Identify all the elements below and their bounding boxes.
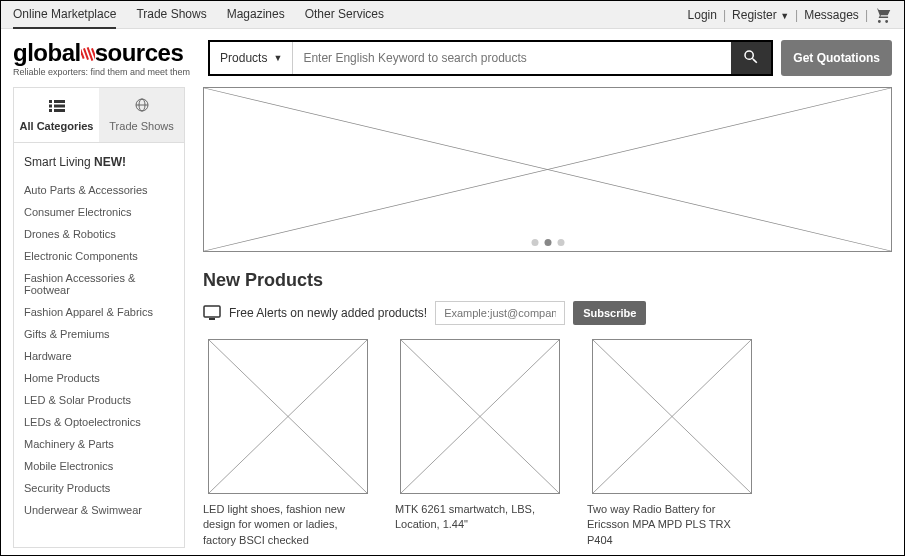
product-grid: LED light shoes, fashion new design for …	[203, 339, 892, 548]
login-link[interactable]: Login	[688, 8, 717, 22]
topnav-tradeshows[interactable]: Trade Shows	[136, 1, 206, 29]
hero-image-placeholder	[203, 87, 892, 252]
alerts-text: Free Alerts on newly added products!	[229, 306, 427, 320]
search-box: Products ▼	[208, 40, 773, 76]
svg-rect-7	[54, 105, 65, 108]
content-area: New Products Free Alerts on newly added …	[203, 87, 892, 548]
cart-icon[interactable]	[874, 7, 892, 23]
carousel-dot[interactable]	[531, 239, 538, 246]
divider: |	[865, 8, 868, 22]
carousel-dot[interactable]	[557, 239, 564, 246]
carousel-dot[interactable]	[544, 239, 551, 246]
topnav-magazines[interactable]: Magazines	[227, 1, 285, 29]
svg-rect-5	[54, 100, 65, 103]
product-title: MTK 6261 smartwatch, LBS, Location, 1.44…	[395, 502, 565, 533]
category-item[interactable]: Underwear & Swimwear	[24, 499, 174, 521]
email-input[interactable]	[435, 301, 565, 325]
search-category-select[interactable]: Products ▼	[210, 42, 293, 74]
category-item[interactable]: Hardware	[24, 345, 174, 367]
search-category-label: Products	[220, 51, 267, 65]
logo-accent-icon	[81, 39, 95, 53]
chevron-down-icon: ▼	[780, 11, 789, 21]
product-title: Two way Radio Battery for Ericsson MPA M…	[587, 502, 757, 548]
category-item[interactable]: Mobile Electronics	[24, 455, 174, 477]
subscribe-button[interactable]: Subscribe	[573, 301, 646, 325]
product-image-placeholder	[400, 339, 560, 494]
category-item[interactable]: Auto Parts & Accessories	[24, 179, 174, 201]
topnav-other[interactable]: Other Services	[305, 1, 384, 29]
category-item[interactable]: LED & Solar Products	[24, 389, 174, 411]
monitor-icon	[203, 305, 221, 321]
product-card[interactable]: LED light shoes, fashion new design for …	[203, 339, 373, 548]
category-item[interactable]: Gifts & Premiums	[24, 323, 174, 345]
divider: |	[795, 8, 798, 22]
category-item[interactable]: Fashion Apparel & Fabrics	[24, 301, 174, 323]
svg-rect-6	[49, 105, 52, 108]
globe-icon	[103, 98, 180, 116]
category-item[interactable]: Electronic Components	[24, 245, 174, 267]
logo-tagline: Reliable exporters: find them and meet t…	[13, 67, 190, 77]
sidebar-tab-tradeshows[interactable]: Trade Shows	[99, 88, 184, 142]
search-button[interactable]	[731, 42, 771, 74]
category-list: Auto Parts & Accessories Consumer Electr…	[24, 179, 174, 521]
section-title: New Products	[203, 270, 892, 291]
header: globalsources Reliable exporters: find t…	[1, 29, 904, 87]
register-link[interactable]: Register ▼	[732, 8, 789, 22]
svg-rect-9	[54, 109, 65, 112]
category-item[interactable]: Security Products	[24, 477, 174, 499]
sidebar-tab-label: Trade Shows	[109, 120, 173, 132]
sidebar-tab-categories[interactable]: All Categories	[14, 88, 99, 142]
category-item[interactable]: Consumer Electronics	[24, 201, 174, 223]
category-item[interactable]: Drones & Robotics	[24, 223, 174, 245]
category-item[interactable]: Home Products	[24, 367, 174, 389]
product-image-placeholder	[592, 339, 752, 494]
svg-rect-4	[49, 100, 52, 103]
product-card[interactable]: Two way Radio Battery for Ericsson MPA M…	[587, 339, 757, 548]
search-input[interactable]	[293, 42, 731, 74]
svg-rect-8	[49, 109, 52, 112]
list-icon	[18, 98, 95, 116]
search-icon	[742, 48, 760, 69]
alerts-row: Free Alerts on newly added products! Sub…	[203, 301, 892, 325]
chevron-down-icon: ▼	[273, 53, 282, 63]
category-item[interactable]: Fashion Accessories & Footwear	[24, 267, 174, 301]
hero-carousel[interactable]	[203, 87, 892, 252]
product-image-placeholder	[208, 339, 368, 494]
logo-text-a: global	[13, 39, 81, 66]
get-quotations-button[interactable]: Get Quotations	[781, 40, 892, 76]
product-title: LED light shoes, fashion new design for …	[203, 502, 373, 548]
top-navbar: Online Marketplace Trade Shows Magazines…	[1, 1, 904, 29]
svg-rect-15	[204, 306, 220, 317]
sidebar: All Categories Trade Shows Smart Living …	[13, 87, 185, 548]
carousel-dots	[531, 239, 564, 246]
logo[interactable]: globalsources Reliable exporters: find t…	[13, 39, 190, 77]
sidebar-tab-label: All Categories	[20, 120, 94, 132]
product-card[interactable]: MTK 6261 smartwatch, LBS, Location, 1.44…	[395, 339, 565, 548]
divider: |	[723, 8, 726, 22]
svg-rect-16	[209, 318, 215, 320]
topnav-marketplace[interactable]: Online Marketplace	[13, 1, 116, 29]
messages-link[interactable]: Messages	[804, 8, 859, 22]
logo-text-b: sources	[95, 39, 184, 66]
category-item[interactable]: LEDs & Optoelectronics	[24, 411, 174, 433]
category-item[interactable]: Machinery & Parts	[24, 433, 174, 455]
sidebar-featured-link[interactable]: Smart Living NEW!	[24, 155, 174, 169]
